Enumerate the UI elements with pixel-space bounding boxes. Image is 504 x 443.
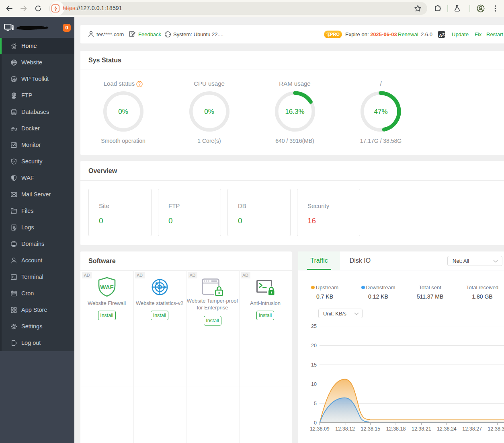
- svg-text:12:38:09: 12:38:09: [310, 426, 330, 432]
- svg-text:10: 10: [311, 381, 317, 387]
- svg-text:WAF: WAF: [100, 284, 113, 291]
- svg-text:20: 20: [311, 343, 317, 348]
- svg-text:12:38:21: 12:38:21: [412, 426, 431, 432]
- svg-text:?: ?: [138, 81, 141, 86]
- svg-text:12:38:18: 12:38:18: [386, 426, 406, 432]
- svg-text:12:38:15: 12:38:15: [361, 426, 381, 432]
- svg-text:15: 15: [311, 362, 317, 368]
- svg-text:5: 5: [314, 401, 317, 406]
- svg-text:12:38:30: 12:38:30: [488, 426, 504, 432]
- svg-text:12:38:12: 12:38:12: [335, 426, 355, 432]
- svg-text:0: 0: [314, 420, 317, 426]
- svg-text:25: 25: [311, 323, 317, 329]
- svg-text:12:38:24: 12:38:24: [437, 426, 457, 432]
- svg-text:12:38:27: 12:38:27: [462, 426, 482, 432]
